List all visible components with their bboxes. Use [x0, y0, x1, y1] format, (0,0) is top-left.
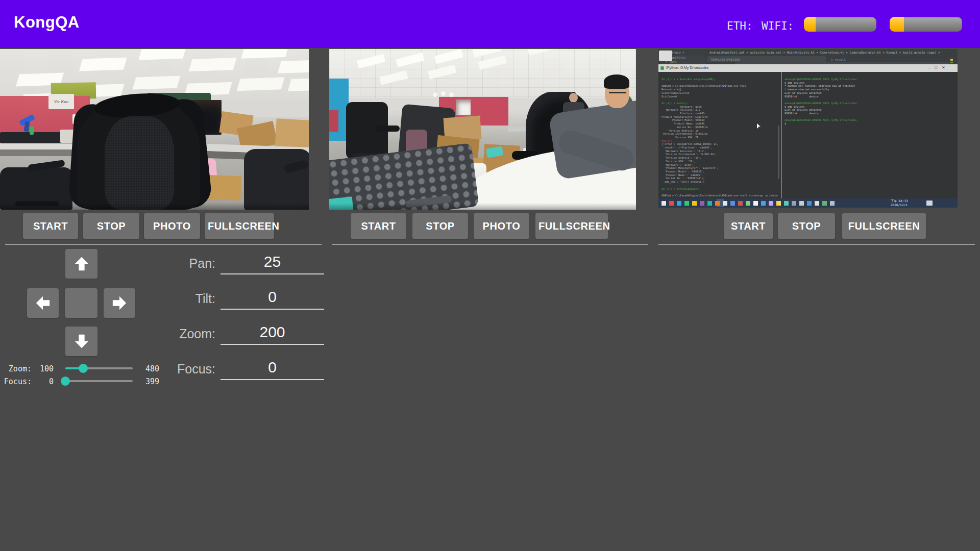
- zoom-field-underline[interactable]: [220, 344, 324, 345]
- taskbar-icons: [662, 201, 666, 206]
- pan-down-button[interactable]: [65, 327, 97, 356]
- white-popup: [659, 51, 672, 61]
- search-result-count: 1 result: [831, 58, 846, 61]
- tilt-field-label: Tilt:: [124, 291, 215, 306]
- pan-left-button[interactable]: [27, 288, 59, 318]
- taskbar-highlight: [717, 199, 724, 207]
- arrow-down-icon: [74, 333, 90, 349]
- taskbar-clock-date: 2020/12/2: [891, 203, 908, 207]
- marker-green: [950, 62, 953, 63]
- camera1-photo-button[interactable]: PHOTO: [144, 213, 200, 239]
- camera2-start-button[interactable]: START: [351, 213, 406, 239]
- marker-yellow: [950, 59, 953, 61]
- zoom-slider-min: 100: [36, 364, 54, 373]
- camera2-fullscreen-button[interactable]: FULLSCREEN: [535, 213, 608, 239]
- person-glasses: [609, 92, 626, 93]
- eth-progress-fill: [804, 17, 816, 32]
- pan-field-value[interactable]: 25: [220, 253, 324, 270]
- chair-a-arm: [376, 126, 400, 132]
- ide-editor-tabs: AndroidManifest.xml × activity_main.xml …: [709, 51, 949, 54]
- focus-slider[interactable]: [65, 377, 133, 386]
- pan-field-underline[interactable]: [220, 273, 324, 274]
- python-icon: [660, 66, 664, 70]
- focus-slider-label: Focus:: [0, 377, 32, 386]
- focus-field-label: Focus:: [124, 362, 215, 377]
- pan-up-button[interactable]: [65, 249, 97, 279]
- zoom-field-value[interactable]: 200: [220, 323, 324, 341]
- focus-field-underline[interactable]: [220, 379, 324, 380]
- camera3-start-button[interactable]: START: [724, 213, 773, 239]
- camera1-fullscreen-button[interactable]: FULLSCREEN: [205, 213, 274, 239]
- pan-center-button[interactable]: [65, 288, 97, 318]
- tray-icon: [926, 201, 933, 206]
- panel3-divider: [658, 244, 975, 245]
- camera1-start-button[interactable]: START: [23, 213, 78, 239]
- tilt-field-value[interactable]: 0: [220, 288, 324, 306]
- right-chair: [244, 149, 309, 210]
- wifi-progress-bar: [890, 17, 962, 32]
- camera-1-feed: Vic Kao: [0, 49, 309, 210]
- app-title: KongQA: [14, 13, 80, 32]
- eth-progress-bar: [804, 17, 876, 32]
- window-control-buttons: – □ ✕: [928, 65, 945, 70]
- wifi-label: WIFI:: [762, 20, 794, 32]
- tilt-field-underline[interactable]: [220, 309, 324, 310]
- eth-label: ETH:: [727, 20, 753, 32]
- zoom-slider[interactable]: [65, 364, 133, 373]
- red-wall-left: [329, 110, 338, 132]
- pan-field-label: Pan:: [124, 256, 215, 271]
- zoom-slider-thumb[interactable]: [79, 364, 88, 373]
- camera2-photo-button[interactable]: PHOTO: [474, 213, 529, 239]
- arrow-up-icon: [74, 256, 90, 272]
- chair-mesh-back: [105, 116, 174, 210]
- poster: [456, 99, 471, 115]
- focus-slider-max: 399: [145, 377, 159, 386]
- console-right-output: ahuang11@66220934-6N8001 MSYS /g/My Driv…: [785, 78, 954, 197]
- ide-mode-selector: Android ▾: [668, 51, 698, 54]
- zoom-field-label: Zoom:: [124, 327, 215, 341]
- panel2-divider: [332, 244, 648, 245]
- person-far-head: [569, 93, 578, 103]
- wifi-progress-fill: [890, 17, 904, 32]
- focus-slider-min: 0: [36, 377, 54, 386]
- console-window-title: IPython: G:My Drive/codes: [666, 66, 708, 69]
- zoom-slider-label: Zoom:: [0, 364, 32, 373]
- arrow-left-icon: [35, 295, 51, 311]
- camera1-stop-button[interactable]: STOP: [83, 213, 139, 239]
- kongqa-app: KongQA ETH: WIFI: Vic Kao: [0, 0, 980, 551]
- app-header: KongQA ETH: WIFI:: [0, 0, 980, 48]
- focus-slider-thumb[interactable]: [61, 377, 70, 386]
- lower-box: [208, 175, 241, 201]
- bottom-vignette: [329, 203, 636, 210]
- console-left-output: In [3]: k = RobotRun.kong.KongADB() ADBC…: [662, 78, 778, 197]
- person-hair: [604, 74, 629, 89]
- wall-clocks: [433, 92, 437, 97]
- name-sign: Vic Kao: [48, 94, 74, 109]
- focus-slider-track[interactable]: [65, 380, 133, 382]
- camera-3-feed: Android ▾ AndroidManifest.xml × activity…: [658, 49, 958, 208]
- console-split-divider: [781, 72, 782, 198]
- bottom-vignette: [0, 203, 309, 210]
- windows-taskbar: [658, 198, 958, 208]
- camera2-stop-button[interactable]: STOP: [412, 213, 468, 239]
- focus-field-value[interactable]: 0: [220, 359, 324, 376]
- camera3-fullscreen-button[interactable]: FULLSCREEN: [842, 213, 926, 239]
- panel1-divider: [5, 244, 322, 245]
- sign-text: Vic Kao: [54, 99, 69, 104]
- search-field-text: TEMPLATE/PREVIEW: [710, 58, 740, 61]
- console-scrollbar: [778, 126, 779, 179]
- camera3-stop-button[interactable]: STOP: [778, 213, 835, 239]
- green-bottle: [30, 127, 34, 135]
- camera-2-feed: [329, 49, 636, 210]
